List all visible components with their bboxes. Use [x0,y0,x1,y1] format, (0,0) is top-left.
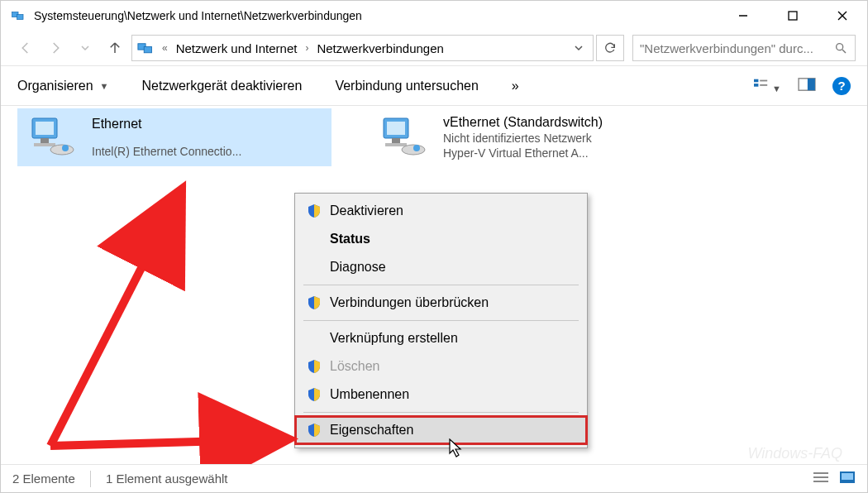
shield-icon [307,387,322,402]
search-placeholder: "Netzwerkverbindungen" durc... [640,41,833,55]
svg-rect-7 [144,46,151,52]
forward-button[interactable] [42,35,69,61]
status-divider [90,471,91,487]
status-bar: 2 Elemente 1 Element ausgewählt [1,464,867,492]
svg-line-9 [842,50,846,53]
status-count: 2 Elemente [12,471,75,486]
svg-rect-1 [17,15,24,20]
close-button[interactable] [818,1,867,31]
up-button[interactable] [102,35,128,61]
maximize-button[interactable] [768,1,818,31]
cursor-icon [449,438,464,458]
adapter-name: vEthernet (Standardswitch) [443,115,603,130]
svg-point-20 [50,145,74,155]
ctx-delete: Löschen [295,352,587,381]
shield-icon [307,359,322,374]
app-icon [11,8,26,23]
adapter-detail: Hyper-V Virtual Ethernet A... [443,146,603,160]
adapter-vethernet[interactable]: vEthernet (Standardswitch) Nicht identif… [369,108,683,166]
search-input[interactable]: "Netzwerkverbindungen" durc... [632,35,856,61]
adapter-name: Ethernet [92,117,241,132]
view-options-button[interactable]: ▼ [752,77,781,95]
refresh-button[interactable] [596,35,624,61]
window-controls [718,1,867,31]
disable-device-button[interactable]: Netzwerkgerät deaktivieren [142,79,303,93]
svg-rect-17 [36,122,54,135]
shield-icon [307,423,322,438]
ctx-status[interactable]: Status [295,225,587,253]
ctx-shortcut[interactable]: Verknüpfung erstellen [295,324,587,352]
preview-pane-button[interactable] [798,77,816,95]
shield-icon [307,203,322,218]
svg-point-26 [402,145,425,155]
status-selected: 1 Element ausgewählt [106,471,228,486]
shield-icon [307,295,322,310]
svg-rect-18 [41,138,49,143]
breadcrumb-prefix: « [162,42,168,54]
ctx-separator [303,320,579,321]
organize-menu[interactable]: Organisieren▼ [17,79,109,93]
svg-point-27 [413,145,420,151]
back-button[interactable] [12,35,39,61]
svg-rect-23 [387,122,405,135]
svg-point-8 [837,44,843,50]
ctx-rename[interactable]: Umbenennen [295,381,587,409]
location-icon [137,41,155,55]
ctx-diagnose[interactable]: Diagnose [295,253,587,281]
adapter-ethernet[interactable]: Ethernet Intel(R) Ethernet Connectio... [17,108,331,166]
details-view-button[interactable] [813,471,829,486]
address-dropdown[interactable] [570,43,588,53]
window-title: Systemsteuerung\Netzwerk und Internet\Ne… [34,9,718,22]
svg-rect-15 [808,78,815,89]
svg-rect-24 [392,138,400,143]
context-menu: Deaktivieren Status Diagnose Verbindunge… [294,193,588,448]
adapter-detail: Intel(R) Ethernet Connectio... [92,145,241,158]
title-bar: Systemsteuerung\Netzwerk und Internet\Ne… [1,1,867,31]
ctx-properties[interactable]: Eigenschaften [295,416,587,444]
command-bar: Organisieren▼ Netzwerkgerät deaktivieren… [1,66,867,106]
breadcrumb-sep-icon: › [305,42,308,54]
diagnose-connection-button[interactable]: Verbindung untersuchen [335,79,478,93]
recent-dropdown[interactable] [72,35,98,61]
ctx-deactivate[interactable]: Deaktivieren [295,197,587,225]
overflow-button[interactable]: » [512,79,519,93]
breadcrumb-seg-1[interactable]: Netzwerk und Internet [174,41,299,55]
ctx-bridge[interactable]: Verbindungen überbrücken [295,289,587,317]
ctx-separator [303,285,579,285]
search-icon [833,41,848,55]
svg-point-21 [62,145,69,151]
minimize-button[interactable] [718,1,768,31]
svg-rect-11 [754,84,758,87]
help-button[interactable]: ? [832,77,851,95]
breadcrumb-seg-2[interactable]: Netzwerkverbindungen [315,41,445,55]
address-bar[interactable]: « Netzwerk und Internet › Netzwerkverbin… [131,35,594,61]
svg-rect-19 [34,143,55,146]
nav-bar: « Netzwerk und Internet › Netzwerkverbin… [1,31,867,66]
svg-rect-25 [385,143,407,146]
network-adapter-icon [26,113,79,161]
network-adapter-icon [377,113,430,161]
svg-rect-3 [789,12,797,20]
ctx-separator [303,412,579,413]
adapter-status: Nicht identifiziertes Netzwerk [443,132,603,145]
large-icons-view-button[interactable] [839,471,856,486]
svg-rect-34 [842,473,853,480]
svg-rect-10 [754,79,758,82]
watermark: Windows-FAQ [747,445,842,462]
